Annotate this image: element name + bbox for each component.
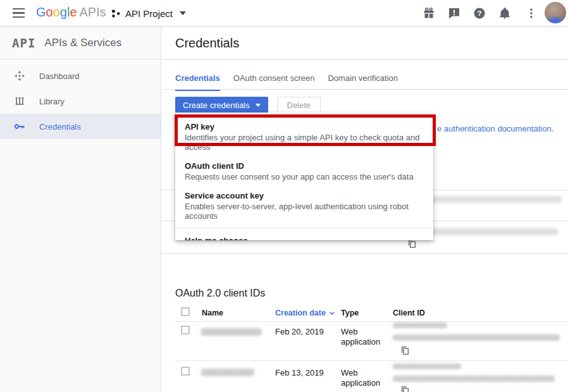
chevron-down-icon: [180, 11, 186, 15]
google-logo-letters: Google: [36, 5, 77, 19]
gift-icon[interactable]: [423, 7, 435, 20]
dashboard-icon: [14, 70, 25, 82]
project-selector[interactable]: API Project: [111, 0, 186, 27]
menu-icon[interactable]: [13, 8, 25, 18]
menu-item-help-me-choose[interactable]: Help me choose Asks a few questions to h…: [175, 231, 433, 240]
sidebar-header: API APIs & Services: [0, 27, 161, 59]
divider: [175, 360, 568, 361]
creation-date-cell: Feb 20, 2019: [275, 327, 324, 337]
redacted-client-name: [201, 369, 254, 376]
copy-icon[interactable]: [400, 346, 410, 355]
feedback-icon[interactable]: [448, 7, 460, 20]
sidebar-nav: Dashboard Library: [0, 59, 161, 139]
sidebar-product-title: APIs & Services: [44, 37, 121, 49]
sidebar: API APIs & Services Dashboard Library: [0, 27, 161, 392]
more-vertical-icon[interactable]: [525, 7, 538, 20]
project-name: API Project: [125, 8, 173, 19]
redacted-api-key-row: [420, 196, 562, 203]
oauth-clients-heading: OAuth 2.0 client IDs: [175, 288, 265, 299]
top-app-bar: GoogleAPIs API Project: [0, 0, 568, 27]
key-icon: [14, 121, 25, 132]
page: GoogleAPIs API Project: [0, 0, 568, 392]
library-icon: [14, 95, 25, 107]
api-product-logo: API: [12, 36, 35, 50]
google-apis-logo[interactable]: GoogleAPIs: [36, 5, 106, 20]
toolbar: Create credentials Delete: [175, 97, 321, 113]
redacted-client-id: [393, 364, 461, 369]
menu-item-oauth-client-id[interactable]: OAuth client ID Requests user consent so…: [175, 156, 433, 186]
notifications-icon[interactable]: [498, 7, 511, 20]
page-title: Credentials: [175, 36, 239, 51]
sidebar-item-library[interactable]: Library: [0, 89, 161, 114]
select-all-checkbox[interactable]: [181, 307, 190, 316]
type-cell: Web application: [341, 327, 389, 347]
menu-item-api-key[interactable]: API key Identifies your project using a …: [175, 117, 433, 156]
redacted-api-key-row: [420, 228, 558, 235]
sidebar-item-label: Dashboard: [39, 71, 80, 81]
create-credentials-button[interactable]: Create credentials: [175, 97, 268, 113]
divider: [162, 59, 568, 60]
redacted-client-id: [393, 334, 560, 341]
copy-icon[interactable]: [400, 386, 410, 392]
logo-suffix: APIs: [80, 5, 106, 19]
project-icon: [111, 9, 121, 18]
create-credentials-menu: API key Identifies your project using a …: [175, 113, 433, 240]
redacted-client-id: [393, 322, 447, 328]
sidebar-item-label: Credentials: [39, 122, 81, 132]
menu-item-service-account-key[interactable]: Service account key Enables server-to-se…: [175, 186, 433, 225]
sidebar-item-dashboard[interactable]: Dashboard: [0, 63, 161, 89]
sidebar-item-credentials[interactable]: Credentials: [0, 114, 161, 139]
creation-date-cell: Feb 13, 2019: [275, 368, 324, 378]
tab-domain-verification[interactable]: Domain verification: [328, 73, 398, 91]
redacted-client-name: [201, 328, 262, 336]
column-header-creation-date[interactable]: Creation date: [275, 309, 335, 317]
sidebar-item-label: Library: [39, 97, 65, 106]
authentication-documentation-link[interactable]: e authentication documentation.: [437, 124, 553, 133]
divider: [162, 89, 568, 90]
account-avatar[interactable]: [545, 2, 566, 23]
svg-text:?: ?: [477, 9, 481, 17]
sort-descending-icon: [329, 311, 335, 315]
tab-bar: Credentials OAuth consent screen Domain …: [175, 73, 398, 91]
row-checkbox[interactable]: [181, 367, 190, 376]
column-header-type: Type: [341, 309, 359, 317]
menu-separator: [175, 228, 433, 228]
tab-oauth-consent-screen[interactable]: OAuth consent screen: [233, 73, 315, 91]
row-checkbox[interactable]: [181, 326, 190, 334]
column-header-name: Name: [202, 309, 223, 317]
column-header-client-id: Client ID: [393, 309, 425, 317]
redacted-client-id: [393, 376, 555, 382]
main-content: Credentials Credentials OAuth consent sc…: [162, 27, 568, 392]
type-cell: Web application: [341, 368, 389, 388]
divider: [162, 253, 568, 254]
delete-button[interactable]: Delete: [277, 97, 321, 113]
dropdown-caret-icon: [256, 104, 261, 107]
divider: [175, 321, 568, 322]
copy-icon[interactable]: [407, 239, 417, 248]
help-icon[interactable]: ?: [473, 7, 486, 20]
tab-credentials[interactable]: Credentials: [175, 73, 220, 91]
